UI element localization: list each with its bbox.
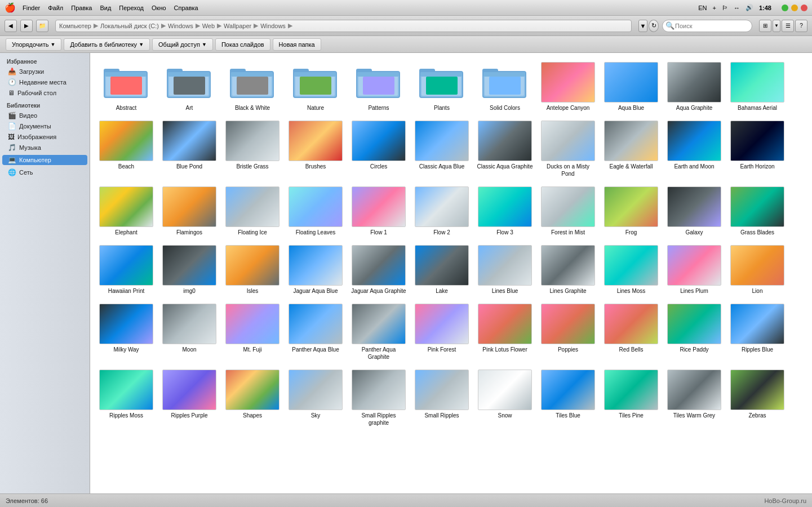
help-button[interactable]: ? bbox=[795, 20, 807, 32]
crumb-windows2[interactable]: Windows bbox=[260, 23, 286, 29]
grid-item[interactable]: Flamingos bbox=[159, 183, 220, 239]
grid-item[interactable]: Flow 1 bbox=[348, 183, 409, 239]
grid-item[interactable]: Red Bells bbox=[601, 300, 662, 364]
grid-item[interactable]: Poppies bbox=[538, 300, 598, 364]
grid-item[interactable]: Ripples Purple bbox=[159, 366, 220, 430]
back-button[interactable]: ◀ bbox=[5, 20, 17, 32]
crumb-web[interactable]: Web bbox=[202, 23, 215, 29]
grid-item[interactable]: Earth and Moon bbox=[664, 117, 725, 181]
grid-item[interactable]: Ripples Moss bbox=[96, 366, 157, 430]
grid-item[interactable]: Panther Aqua Graphite bbox=[348, 300, 409, 364]
grid-item[interactable]: Nature bbox=[285, 59, 346, 115]
grid-item[interactable]: Shapes bbox=[222, 366, 283, 430]
grid-item[interactable]: Small Ripples graphite bbox=[348, 366, 409, 430]
share-button[interactable]: Общий доступ ▼ bbox=[152, 38, 213, 51]
grid-item[interactable]: Isles bbox=[222, 242, 283, 298]
apple-logo-icon[interactable]: 🍎 bbox=[5, 2, 16, 13]
grid-item[interactable]: Blue Pond bbox=[159, 117, 220, 181]
grid-item[interactable]: Sky bbox=[285, 366, 346, 430]
grid-item[interactable]: Grass Blades bbox=[727, 183, 788, 239]
grid-item[interactable]: Ducks on a Misty Pond bbox=[538, 117, 598, 181]
grid-item[interactable]: Earth Horizon bbox=[727, 117, 788, 181]
grid-item[interactable]: Classic Aqua Graphite bbox=[474, 117, 535, 181]
sidebar-item-downloads[interactable]: 📥 Загрузки bbox=[2, 66, 87, 77]
menu-window[interactable]: Окно bbox=[152, 5, 166, 11]
crumb-windows[interactable]: Windows bbox=[168, 23, 193, 29]
grid-item[interactable]: Snow bbox=[474, 366, 535, 430]
grid-item[interactable]: Mt. Fuji bbox=[222, 300, 283, 364]
grid-item[interactable]: Lake bbox=[411, 242, 472, 298]
plus-icon[interactable]: + bbox=[713, 5, 716, 11]
grid-item[interactable]: Floating Leaves bbox=[285, 183, 346, 239]
grid-item[interactable]: Abstract bbox=[96, 59, 157, 115]
grid-item[interactable]: Aqua Blue bbox=[601, 59, 662, 115]
grid-item[interactable]: Tiles Warm Grey bbox=[664, 366, 725, 430]
grid-item[interactable]: Bahamas Aerial bbox=[727, 59, 788, 115]
grid-item[interactable]: Flow 3 bbox=[474, 183, 535, 239]
maximize-button[interactable] bbox=[782, 5, 788, 11]
menu-help[interactable]: Справка bbox=[174, 5, 198, 11]
crumb-computer[interactable]: Компьютер bbox=[59, 23, 91, 29]
grid-item[interactable]: Classic Aqua Blue bbox=[411, 117, 472, 181]
sidebar-item-video[interactable]: 🎬 Видео bbox=[2, 110, 87, 121]
crumb-wallpaper[interactable]: Wallpaper bbox=[224, 23, 251, 29]
grid-item[interactable]: Lion bbox=[727, 242, 788, 298]
grid-item[interactable]: Lines Blue bbox=[474, 242, 535, 298]
grid-item[interactable]: Brushes bbox=[285, 117, 346, 181]
grid-item[interactable]: Frog bbox=[601, 183, 662, 239]
sidebar-item-computer[interactable]: 💻 Компьютер bbox=[2, 155, 87, 165]
search-input[interactable] bbox=[662, 20, 752, 32]
grid-item[interactable]: Solid Colors bbox=[474, 59, 535, 115]
grid-item[interactable]: Beach bbox=[96, 117, 157, 181]
grid-item[interactable]: Eagle & Waterfall bbox=[601, 117, 662, 181]
sidebar-item-music[interactable]: 🎵 Музыка bbox=[2, 143, 87, 153]
grid-item[interactable]: img0 bbox=[159, 242, 220, 298]
grid-item[interactable]: Plants bbox=[411, 59, 472, 115]
grid-item[interactable]: Art bbox=[159, 59, 220, 115]
grid-item[interactable]: Lines Graphite bbox=[538, 242, 598, 298]
grid-item[interactable]: Rice Paddy bbox=[664, 300, 725, 364]
sidebar-item-network[interactable]: 🌐 Сеть bbox=[2, 167, 87, 177]
sidebar-item-recent[interactable]: 🕐 Недавние места bbox=[2, 77, 87, 87]
grid-item[interactable]: Small Ripples bbox=[411, 366, 472, 430]
grid-item[interactable]: Ripples Blue bbox=[727, 300, 788, 364]
add-to-library-button[interactable]: Добавить в библиотеку ▼ bbox=[64, 38, 150, 51]
menu-finder[interactable]: Finder bbox=[23, 5, 40, 11]
grid-item[interactable]: Tiles Blue bbox=[538, 366, 598, 430]
grid-item[interactable]: Pink Lotus Flower bbox=[474, 300, 535, 364]
grid-item[interactable]: Zebras bbox=[727, 366, 788, 430]
grid-item[interactable]: Bristle Grass bbox=[222, 117, 283, 181]
new-folder-button[interactable]: Новая папка bbox=[273, 38, 321, 51]
sidebar-item-images[interactable]: 🖼 Изображения bbox=[2, 132, 87, 142]
organize-button[interactable]: Упорядочить ▼ bbox=[6, 38, 61, 51]
grid-item[interactable]: Elephant bbox=[96, 183, 157, 239]
chevron-down-icon[interactable]: ▼ bbox=[638, 20, 647, 32]
minimize-button[interactable] bbox=[791, 5, 798, 11]
details-view-button[interactable]: ☰ bbox=[782, 20, 794, 32]
grid-item[interactable]: Flow 2 bbox=[411, 183, 472, 239]
icon-view-button[interactable]: ⊞ bbox=[759, 20, 771, 32]
grid-item[interactable]: Moon bbox=[159, 300, 220, 364]
grid-item[interactable]: Pink Forest bbox=[411, 300, 472, 364]
sidebar-item-desktop[interactable]: 🖥 Рабочий стол bbox=[2, 88, 87, 98]
menu-file[interactable]: Файл bbox=[48, 5, 63, 11]
folder-button[interactable]: 📁 bbox=[36, 20, 48, 32]
grid-item[interactable]: Lines Plum bbox=[664, 242, 725, 298]
crumb-localdisk[interactable]: Локальный диск (C:) bbox=[100, 23, 159, 29]
view-toggle-arrow[interactable]: ▼ bbox=[773, 20, 780, 32]
grid-item[interactable]: Patterns bbox=[348, 59, 409, 115]
grid-item[interactable]: Antelope Canyon bbox=[538, 59, 598, 115]
grid-item[interactable]: Floating Ice bbox=[222, 183, 283, 239]
slideshow-button[interactable]: Показ слайдов bbox=[215, 38, 270, 51]
sidebar-item-documents[interactable]: 📄 Документы bbox=[2, 121, 87, 131]
refresh-button[interactable]: ↻ bbox=[649, 20, 659, 32]
grid-item[interactable]: Aqua Graphite bbox=[664, 59, 725, 115]
menu-edit[interactable]: Правка bbox=[71, 5, 92, 11]
grid-item[interactable]: Hawaiian Print bbox=[96, 242, 157, 298]
grid-item[interactable]: Lines Moss bbox=[601, 242, 662, 298]
grid-item[interactable]: Milky Way bbox=[96, 300, 157, 364]
grid-item[interactable]: Galaxy bbox=[664, 183, 725, 239]
grid-item[interactable]: Black & White bbox=[222, 59, 283, 115]
grid-item[interactable]: Circles bbox=[348, 117, 409, 181]
grid-item[interactable]: Panther Aqua Blue bbox=[285, 300, 346, 364]
